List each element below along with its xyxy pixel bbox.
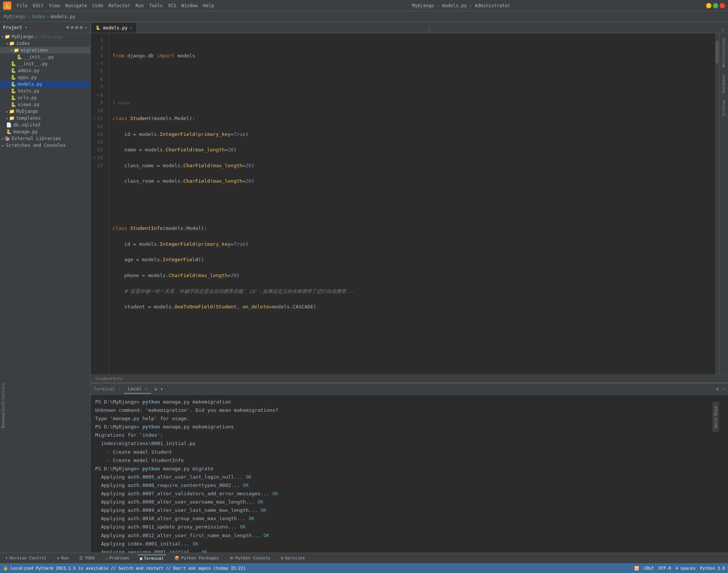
tab-close-button[interactable]: ×: [130, 26, 132, 30]
encoding-indicator[interactable]: UTF-8: [659, 566, 671, 571]
panel-action-hide[interactable]: −: [84, 25, 87, 30]
tree-item-urls-py[interactable]: 🐍 urls.py: [0, 94, 90, 101]
terminal-line-8: PS D:\MyDjango> python manage.py migrate: [95, 465, 723, 473]
tree-item-manage-py[interactable]: 🐍 manage.py: [0, 128, 90, 135]
menu-window[interactable]: Window: [179, 2, 200, 9]
database-icon[interactable]: Database: [721, 72, 726, 96]
structure-panel-button[interactable]: Structure: [0, 383, 6, 405]
terminal-add-button[interactable]: +: [154, 386, 157, 392]
tree-item-migrations[interactable]: ▾ 📁 migrations: [0, 47, 90, 54]
status-bar: 🔒 Localized PyCharm 2023.1.5 is availabl…: [0, 563, 728, 573]
code-line-9: [112, 193, 715, 201]
minimize-button[interactable]: [706, 3, 711, 8]
toolbar-todo[interactable]: ☰ TODO: [77, 555, 97, 561]
menu-vcs[interactable]: VCS: [166, 2, 179, 9]
tree-item-admin-py[interactable]: 🐍 admin.py: [0, 67, 90, 74]
breadcrumb-mydjango[interactable]: MyDjango: [4, 14, 26, 19]
vertical-scrollbar[interactable]: [715, 33, 719, 374]
notifications-icon[interactable]: Notifications: [721, 35, 726, 70]
project-panel-header: Project ▾ ⊕ ≡ ⚙ ≡ −: [0, 22, 90, 33]
code-lines[interactable]: from django.db import models 1 usage cla…: [109, 33, 715, 374]
tree-item-init-py[interactable]: 🐍 __init__.py: [0, 60, 90, 67]
breadcrumb-file: models.py: [51, 14, 75, 19]
tree-label: __init__.py: [18, 61, 48, 66]
code-line-10: [112, 209, 715, 217]
terminal-content[interactable]: PS D:\MyDjango> python manage.py makemig…: [91, 395, 728, 553]
close-button[interactable]: [720, 3, 725, 8]
console-label: Python Console: [235, 556, 271, 561]
menu-help[interactable]: Help: [201, 2, 216, 9]
tree-item-index[interactable]: ▾ 📁 index: [0, 40, 90, 47]
file-icon: 🐍: [11, 61, 16, 66]
menu-view[interactable]: View: [47, 2, 62, 9]
tree-label: MyDjango: [12, 34, 34, 39]
tree-label: Scratches and Consoles: [6, 143, 66, 148]
problems-label: Problems: [109, 556, 129, 561]
menu-refactor[interactable]: Refactor: [106, 2, 132, 9]
menu-edit[interactable]: Edit: [31, 2, 46, 9]
terminal-hide-icon[interactable]: −: [722, 386, 725, 392]
file-icon: 🐍: [11, 88, 16, 94]
tree-item-external-libs[interactable]: ▸ 📚 External Libraries: [0, 135, 90, 142]
terminal-tab-close[interactable]: ×: [145, 387, 147, 391]
menu-run[interactable]: Run: [133, 2, 146, 9]
code-line-3: [112, 83, 715, 91]
editor-area: 1 2 3 ▾4 5 6 7 ▾8 9 10 ▾11 12 13: [91, 33, 728, 383]
tree-item-init-py-migrations[interactable]: 🐍 __init__.py: [0, 54, 90, 60]
toolbar-version-control[interactable]: ⬆ Version Control: [3, 555, 49, 561]
toolbar-python-console[interactable]: ≫ Python Console: [227, 555, 273, 561]
tree-label: index: [16, 41, 30, 46]
sciview-icon[interactable]: SciView: [721, 97, 726, 119]
terminal-settings-icon[interactable]: ⚙: [716, 386, 719, 392]
terminal-dropdown-button[interactable]: ▾: [160, 387, 163, 392]
toolbar-problems[interactable]: ⚠ Problems: [103, 555, 132, 561]
tab-more-button[interactable]: ⋮: [424, 27, 435, 33]
menu-navigate[interactable]: Navigate: [63, 2, 89, 9]
tree-label: External Libraries: [12, 136, 61, 141]
tree-item-views-py[interactable]: 🐍 views.py: [0, 101, 90, 108]
toolbar-run[interactable]: ▶ Run: [55, 555, 71, 561]
expand-arrow: ▸: [6, 109, 8, 114]
terminal-tab-local[interactable]: Local ×: [124, 385, 151, 394]
panel-action-settings[interactable]: ⚙: [75, 25, 78, 30]
terminal-line-0: PS D:\MyDjango> python manage.py makemig…: [95, 398, 723, 406]
tab-models-py[interactable]: 🐍 models.py ×: [91, 22, 137, 33]
tree-item-mydjango-root[interactable]: ▾ 📁 MyDjango D:\MyDjango: [0, 33, 90, 40]
menu-code[interactable]: Code: [90, 2, 106, 9]
menu-tools[interactable]: Tools: [147, 2, 165, 9]
toolbar-python-packages[interactable]: 📦 Python Packages: [172, 555, 221, 561]
tree-item-tests-py[interactable]: 🐍 tests.py: [0, 88, 90, 94]
project-label: Project: [3, 25, 22, 30]
update-notification[interactable]: 🔒 Localized PyCharm 2023.1.5 is availabl…: [3, 566, 246, 571]
tree-label: admin.py: [18, 68, 40, 73]
word-book-panel-button[interactable]: Word Book: [713, 402, 719, 432]
code-line-15: # 设置外键一对一关系，外键字段总是会自动携带后缀'_id'，如果自定义的名称携…: [112, 288, 715, 296]
status-bar-left: 🔒 Localized PyCharm 2023.1.5 is availabl…: [3, 566, 246, 571]
breadcrumb-index[interactable]: index: [31, 14, 45, 19]
tree-item-db-sqlite3[interactable]: 📄 db.sqlite3: [0, 122, 90, 128]
tree-item-models-py[interactable]: 🐍 models.py: [0, 81, 90, 88]
window-title: MyDjango - models.py - Administrator: [216, 3, 706, 8]
toolbar-terminal[interactable]: ▣ Terminal: [138, 555, 166, 562]
maximize-button[interactable]: [713, 3, 718, 8]
python-version-indicator[interactable]: Python 3.8: [700, 566, 725, 571]
project-dropdown-icon[interactable]: ▾: [25, 25, 28, 29]
panel-action-locate[interactable]: ⊕: [66, 25, 69, 30]
folder-icon: 📁: [9, 109, 15, 114]
tree-item-apps-py[interactable]: 🐍 apps.py: [0, 74, 90, 81]
indent-indicator[interactable]: 4 spaces: [676, 566, 696, 571]
tree-path: D:\MyDjango: [35, 34, 63, 39]
terminal-colon: :: [119, 387, 121, 392]
scrollbar-thumb[interactable]: [716, 41, 719, 63]
tree-item-templates[interactable]: ▸ 📁 templates: [0, 115, 90, 122]
crlf-indicator[interactable]: CRLF: [644, 566, 654, 571]
panel-action-collapse[interactable]: ≡: [71, 25, 74, 30]
panel-action-more[interactable]: ≡: [80, 25, 83, 30]
tree-item-scratches[interactable]: ✏ Scratches and Consoles: [0, 142, 90, 149]
editor-tabs: 🐍 models.py × ⋮ ✓: [91, 22, 728, 33]
breadcrumb: MyDjango > index > models.py: [0, 11, 728, 22]
bookmarks-panel-button[interactable]: Bookmarks: [0, 405, 6, 428]
menu-file[interactable]: File: [14, 2, 30, 9]
tree-item-mydjango-folder[interactable]: ▸ 📁 MyDjango: [0, 108, 90, 115]
toolbar-services[interactable]: ⚙ Services: [279, 555, 307, 561]
